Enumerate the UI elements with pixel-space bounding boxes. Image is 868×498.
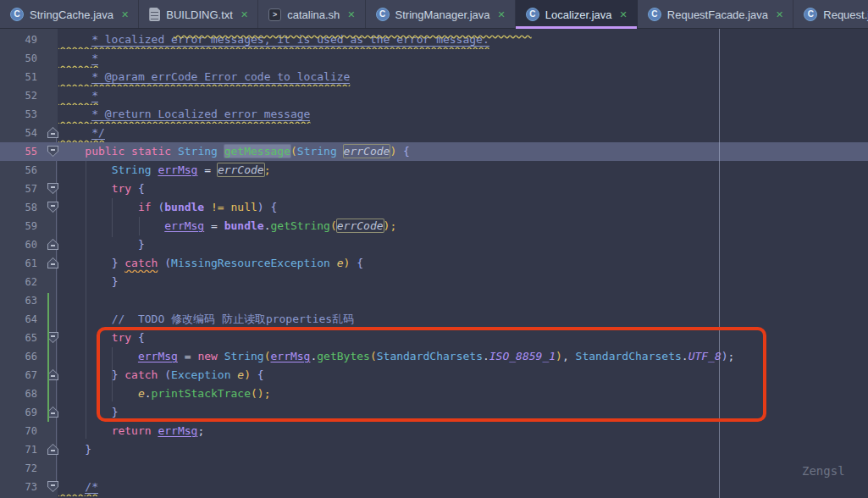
fold-marker-up[interactable] [47, 444, 58, 455]
token-kw: static [131, 145, 171, 158]
close-icon[interactable]: ✕ [121, 10, 129, 19]
line-number[interactable]: 63 [0, 291, 39, 310]
code-line[interactable]: } [58, 235, 868, 254]
tab-localizer-java[interactable]: CLocalizer.java✕ [516, 0, 638, 29]
token-mth: getString [270, 219, 329, 232]
token-kww: catch [124, 257, 158, 269]
line-number[interactable]: 69 [0, 403, 39, 422]
token-cw [58, 89, 91, 102]
token-br: { [138, 182, 145, 195]
line-number[interactable]: 57 [0, 180, 39, 198]
token-br: ( [164, 257, 171, 269]
fold-gutter [39, 459, 58, 478]
fold-gutter [39, 105, 58, 124]
token-kw: try [112, 182, 131, 195]
line-number[interactable]: 50 [0, 49, 39, 68]
token-cw [58, 126, 91, 139]
line-number[interactable]: 66 [0, 347, 39, 366]
code-line[interactable]: /* [58, 478, 868, 496]
token-varu: errMsg [158, 424, 197, 437]
code-line[interactable]: // TODO 修改编码 防止读取properties乱码 [58, 310, 868, 329]
code-line[interactable]: * [58, 86, 868, 105]
code-line[interactable]: if (bundle != null) { [58, 198, 868, 217]
code-line-row: 54 */ [0, 124, 868, 142]
tab-request-java[interactable]: CRequest.java✕ [793, 0, 868, 29]
token-op: = [197, 163, 217, 176]
tab-requestfacade-java[interactable]: CRequestFacade.java✕ [638, 0, 793, 29]
code-line-row: 56 String errMsg = errCode; [0, 161, 868, 180]
line-number[interactable]: 56 [0, 161, 39, 180]
close-icon[interactable]: ✕ [776, 10, 783, 19]
line-number[interactable]: 72 [0, 459, 39, 478]
code-line[interactable]: * [58, 49, 868, 68]
fold-marker-down[interactable] [47, 481, 58, 492]
code-line[interactable]: */ [58, 124, 868, 142]
line-number[interactable]: 67 [0, 366, 39, 385]
line-number[interactable]: 70 [0, 422, 39, 440]
token-varu: errMsg [164, 219, 204, 232]
tab-stringcache-java[interactable]: CStringCache.java✕ [0, 0, 139, 29]
code-line[interactable]: } catch (MissingResourceException e) { [58, 254, 868, 273]
fold-marker-up[interactable] [47, 127, 58, 138]
code-line[interactable]: * @return Localized error message [58, 105, 868, 124]
line-number[interactable]: 73 [0, 478, 39, 496]
close-icon[interactable]: ✕ [240, 10, 248, 19]
close-icon[interactable]: ✕ [347, 10, 355, 19]
fold-marker-down[interactable] [47, 202, 58, 213]
close-icon[interactable]: ✕ [620, 10, 628, 19]
vcs-change-bar[interactable] [47, 293, 49, 422]
code-line-row: 51 * @param errCode Error code to locali… [0, 68, 868, 86]
line-number[interactable]: 54 [0, 124, 39, 142]
fold-marker-up[interactable] [47, 239, 58, 250]
line-number[interactable]: 58 [0, 198, 39, 217]
code-line[interactable]: try { [58, 180, 868, 198]
fold-gutter [39, 124, 58, 142]
token-mthhl: getMessage [224, 145, 290, 158]
line-number[interactable]: 62 [0, 273, 39, 291]
line-number[interactable]: 71 [0, 440, 39, 459]
fold-marker-down[interactable] [47, 183, 58, 194]
code-line[interactable]: String errMsg = errCode; [58, 161, 868, 180]
line-number[interactable]: 59 [0, 217, 39, 235]
fold-marker-down[interactable] [47, 146, 58, 157]
code-line-row: 57 try { [0, 180, 868, 198]
code-line[interactable] [58, 459, 868, 478]
fold-gutter [39, 198, 58, 217]
line-number[interactable]: 55 [0, 142, 39, 161]
token-fldb: bundle [224, 219, 264, 232]
token-y: ; [264, 163, 271, 176]
token-br: { [357, 257, 363, 269]
token-y: != [211, 201, 224, 213]
code-line-row: 58 if (bundle != null) { [0, 198, 868, 217]
code-editor[interactable]: 49 * localized error messages, it is use… [0, 29, 868, 498]
token-cmt: /* [85, 480, 98, 494]
line-number[interactable]: 52 [0, 86, 39, 105]
line-number[interactable]: 60 [0, 235, 39, 254]
code-line[interactable]: errMsg = bundle.getString(errCode); [58, 217, 868, 235]
token-cw [58, 108, 91, 120]
line-number[interactable]: 68 [0, 385, 39, 403]
line-number[interactable]: 65 [0, 329, 39, 347]
token-cw [58, 70, 91, 83]
fold-gutter [39, 49, 58, 68]
line-number[interactable]: 61 [0, 254, 39, 273]
line-number[interactable]: 53 [0, 105, 39, 124]
line-number[interactable]: 49 [0, 30, 39, 49]
code-line[interactable]: return errMsg; [58, 422, 868, 440]
line-number[interactable]: 64 [0, 310, 39, 329]
code-line[interactable]: * @param errCode Error code to localize [58, 68, 868, 86]
token-prm: errCode [337, 219, 384, 232]
token-br: } [138, 238, 145, 251]
fold-marker-up[interactable] [47, 257, 58, 268]
code-line[interactable]: } [58, 440, 868, 459]
close-icon[interactable]: ✕ [498, 10, 506, 19]
code-line[interactable]: public static String getMessage(String e… [58, 142, 868, 161]
line-number[interactable]: 51 [0, 68, 39, 86]
fold-gutter [39, 422, 58, 440]
fold-gutter [39, 142, 58, 161]
token-cw [58, 52, 91, 64]
token-cls: String [178, 145, 218, 158]
token-cls: String [297, 145, 337, 158]
code-line[interactable] [58, 291, 868, 310]
code-line[interactable]: } [58, 273, 868, 291]
